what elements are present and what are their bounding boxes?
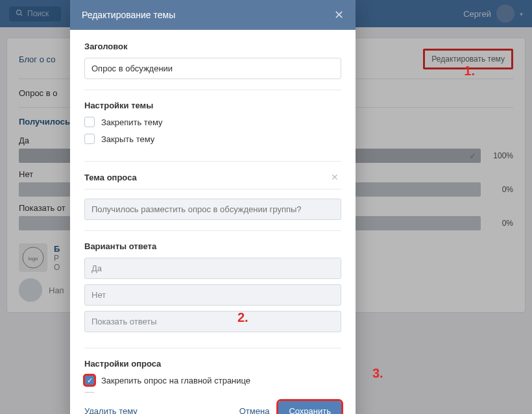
edit-topic-modal: Редактирование темы ✕ Заголовок Настройк… bbox=[70, 0, 356, 414]
close-icon[interactable]: ✕ bbox=[334, 8, 344, 22]
pin-topic-checkbox[interactable] bbox=[84, 117, 95, 127]
topic-title-input[interactable] bbox=[84, 58, 341, 79]
close-topic-checkbox[interactable] bbox=[84, 134, 95, 144]
field-label-settings: Настройки темы bbox=[84, 101, 341, 110]
field-label-title: Заголовок bbox=[84, 42, 341, 51]
poll-question-input[interactable] bbox=[84, 199, 341, 220]
modal-title: Редактирование темы bbox=[82, 10, 175, 20]
field-label-answers: Варианты ответа bbox=[84, 241, 341, 251]
answer-input-1[interactable] bbox=[84, 258, 341, 279]
field-label-poll-settings: Настройки опроса bbox=[84, 359, 341, 369]
save-button[interactable]: Сохранить bbox=[278, 401, 341, 414]
pin-topic-label: Закрепить тему bbox=[101, 117, 163, 127]
clear-poll-icon[interactable]: ✕ bbox=[328, 172, 341, 182]
answer-input-2[interactable] bbox=[84, 284, 341, 306]
pin-poll-label: Закрепить опрос на главной странице bbox=[101, 376, 250, 385]
close-poll-checkbox[interactable] bbox=[84, 392, 95, 393]
pin-poll-checkbox[interactable]: ✓ bbox=[84, 375, 95, 385]
cancel-button[interactable]: Отмена bbox=[239, 406, 270, 414]
close-topic-label: Закрыть тему bbox=[101, 134, 154, 144]
field-label-poll-question: Тема опроса bbox=[84, 173, 328, 182]
delete-topic-link[interactable]: Удалить тему bbox=[84, 406, 138, 414]
close-poll-label: Закрыть опрос bbox=[101, 393, 159, 394]
answer-input-3[interactable] bbox=[84, 311, 341, 332]
